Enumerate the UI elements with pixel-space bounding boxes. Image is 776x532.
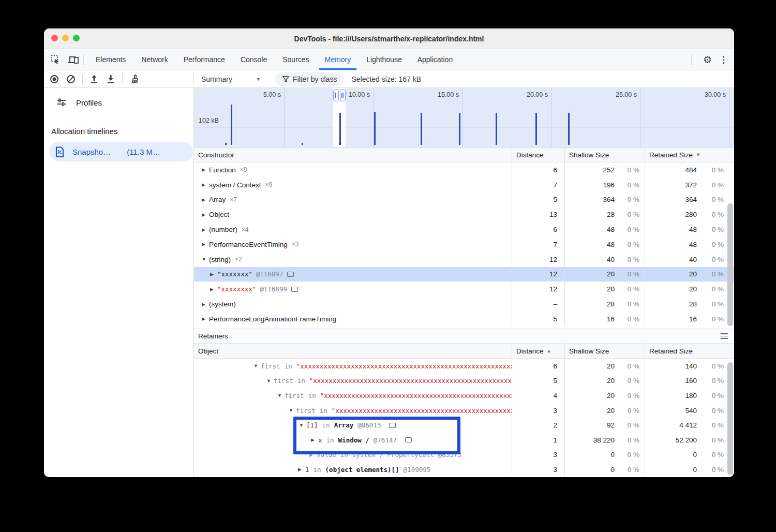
reveal-object-icon[interactable] [291, 287, 298, 292]
expand-arrow-icon[interactable]: ▶ [202, 182, 209, 187]
shallow-size-cell: 200 % [564, 374, 645, 389]
divider [193, 74, 194, 84]
collapse-arrow-icon[interactable]: ▼ [299, 423, 306, 428]
more-options-kebab-icon[interactable]: ⋮ [719, 55, 728, 64]
expand-arrow-icon[interactable]: ▶ [210, 287, 217, 292]
profiles-header[interactable]: Profiles [44, 93, 102, 112]
retainer-row[interactable]: ▼firstin"xxxxxxxxxxxxxxxxxxxxxxxxxxxxxxx… [194, 359, 734, 374]
collapse-arrow-icon[interactable]: ▼ [253, 363, 261, 368]
retainer-row[interactable]: ▼firstin"xxxxxxxxxxxxxxxxxxxxxxxxxxxxxxx… [194, 388, 734, 403]
expand-arrow-icon[interactable]: ▶ [202, 212, 209, 217]
expand-arrow-icon[interactable]: ▶ [309, 452, 317, 457]
constructor-row[interactable]: ▶"xxxxxxx"@11689712200 %200 % [194, 267, 734, 282]
device-toolbar-icon[interactable] [68, 54, 79, 65]
retained-size-cell: 4840 % [645, 162, 734, 178]
retainers-shallow-column-header[interactable]: Shallow Size [564, 344, 645, 358]
constructor-row[interactable]: ▶PerformanceLongAnimationFrameTiming5160… [194, 312, 734, 327]
close-window-button[interactable] [51, 35, 58, 41]
constructor-row[interactable]: ▶PerformanceEventTiming×37480 %480 % [194, 237, 734, 252]
retainer-token: in [322, 421, 330, 429]
retainer-row[interactable]: ▶1in(object elements)[]@109095300 %00 % [194, 462, 734, 477]
distance-cell: 12 [512, 282, 564, 297]
view-select-arrow-icon[interactable]: ▼ [256, 77, 261, 82]
tab-network[interactable]: Network [133, 49, 175, 70]
expand-arrow-icon[interactable]: ▶ [202, 227, 209, 232]
constructor-row[interactable]: ▶system / Context×971960 %3720 % [194, 178, 734, 193]
clear-brush-icon[interactable] [129, 74, 139, 84]
retainer-row[interactable]: ▶valueinsystem / PropertyCell@83373300 %… [194, 448, 734, 463]
distance-column-header[interactable]: Distance [512, 147, 564, 162]
clear-profiles-icon[interactable] [66, 74, 76, 84]
distance-cell: 7 [512, 178, 564, 193]
constructor-row[interactable]: ▼(string)×212400 %400 % [194, 252, 734, 267]
save-profile-icon[interactable] [106, 74, 116, 84]
shallow-size-cell: 3640 % [564, 193, 645, 208]
retained-size-cell: 160 % [645, 312, 734, 327]
constructor-row[interactable]: ▶Array×753640 %3640 % [194, 193, 734, 208]
zoom-window-button[interactable] [73, 35, 80, 41]
distance-cell: – [512, 297, 564, 312]
collapse-arrow-icon[interactable]: ▼ [202, 257, 209, 262]
tab-sources[interactable]: Sources [275, 49, 317, 70]
constructor-scrollbar-thumb[interactable] [727, 203, 733, 326]
expand-arrow-icon[interactable]: ▶ [202, 167, 209, 172]
tab-performance[interactable]: Performance [176, 49, 233, 70]
retainer-row[interactable]: ▼[1]inArray@860132920 %4 4120 % [194, 418, 734, 433]
expand-arrow-icon[interactable]: ▶ [298, 467, 305, 472]
expand-arrow-icon[interactable]: ▶ [311, 437, 318, 442]
constructor-name-cell: ▶PerformanceEventTiming×3 [194, 237, 512, 252]
selection-handle-right[interactable] [340, 89, 346, 101]
retainer-row[interactable]: ▼firstin"xxxxxxxxxxxxxxxxxxxxxxxxxxxxxxx… [194, 403, 734, 418]
filter-by-class-input[interactable]: Filter by class [275, 72, 344, 86]
allocation-timeline-overview[interactable]: 5.00 s10.00 s15.00 s20.00 s25.00 s30.00 … [194, 88, 734, 147]
selection-handle-left[interactable] [333, 89, 339, 101]
reveal-object-icon[interactable] [287, 272, 294, 277]
tab-console[interactable]: Console [233, 49, 275, 70]
record-heap-icon[interactable] [49, 74, 59, 84]
expand-arrow-icon[interactable]: ▶ [202, 197, 209, 202]
expand-arrow-icon[interactable]: ▶ [202, 302, 209, 307]
retained-size-cell: 5400 % [645, 403, 734, 418]
constructor-name: (string) [209, 256, 231, 263]
constructor-column-header[interactable]: Constructor [194, 147, 512, 162]
retainer-object-cell: ▼firstin"xxxxxxxxxxxxxxxxxxxxxxxxxxxxxxx… [194, 374, 512, 389]
load-profile-icon[interactable] [89, 74, 99, 84]
tab-lighthouse[interactable]: Lighthouse [359, 49, 410, 70]
settings-gear-icon[interactable]: ⚙ [703, 55, 712, 65]
retained-size-cell: 00 % [645, 462, 734, 477]
reveal-object-icon[interactable] [405, 437, 412, 442]
tab-memory[interactable]: Memory [317, 49, 359, 70]
reveal-object-icon[interactable] [389, 423, 396, 428]
shallow-size-column-header[interactable]: Shallow Size [564, 147, 645, 162]
expand-arrow-icon[interactable]: ▶ [210, 272, 217, 277]
snapshot-list-item[interactable]: Snapsho… (11.3 M… [49, 142, 193, 161]
object-id: @86013 [357, 421, 381, 429]
retainers-retained-column-header[interactable]: Retained Size [645, 344, 734, 358]
tab-elements[interactable]: Elements [88, 49, 133, 70]
collapse-arrow-icon[interactable]: ▼ [289, 408, 296, 413]
retainers-menu-icon[interactable] [721, 333, 728, 339]
collapse-arrow-icon[interactable]: ▼ [277, 393, 285, 398]
retainers-distance-column-header[interactable]: Distance▲ [512, 344, 564, 358]
retainer-token: value [317, 451, 336, 459]
retainer-row[interactable]: ▼firstin"xxxxxxxxxxxxxxxxxxxxxxxxxxxxxxx… [194, 374, 734, 389]
retained-size-column-header[interactable]: Retained Size▼ [645, 147, 734, 162]
constructor-row[interactable]: ▶Object13280 %2800 % [194, 207, 734, 222]
tab-application[interactable]: Application [410, 49, 461, 70]
minimize-window-button[interactable] [62, 35, 69, 41]
collapse-arrow-icon[interactable]: ▼ [266, 378, 274, 383]
constructor-row[interactable]: ▶Function×962520 %4840 % [194, 162, 734, 178]
retainers-scrollbar-thumb[interactable] [727, 362, 733, 475]
view-select[interactable]: Summary [201, 75, 232, 83]
constructor-row[interactable]: ▶"xxxxxxxx"@11689912200 %200 % [194, 282, 734, 297]
inspect-element-icon[interactable] [50, 54, 61, 65]
retainer-row[interactable]: ▶xinWindow /@76147138 2200 %52 2000 % [194, 433, 734, 448]
constructor-name-cell: ▶Object [194, 207, 512, 222]
expand-arrow-icon[interactable]: ▶ [202, 242, 209, 247]
object-column-header[interactable]: Object [194, 344, 512, 358]
constructor-row[interactable]: ▶(number)×46480 %480 % [194, 222, 734, 237]
constructor-row[interactable]: ▶(system)–280 %280 % [194, 297, 734, 312]
allocation-bar [374, 112, 376, 145]
expand-arrow-icon[interactable]: ▶ [202, 316, 209, 321]
divider [83, 54, 84, 65]
